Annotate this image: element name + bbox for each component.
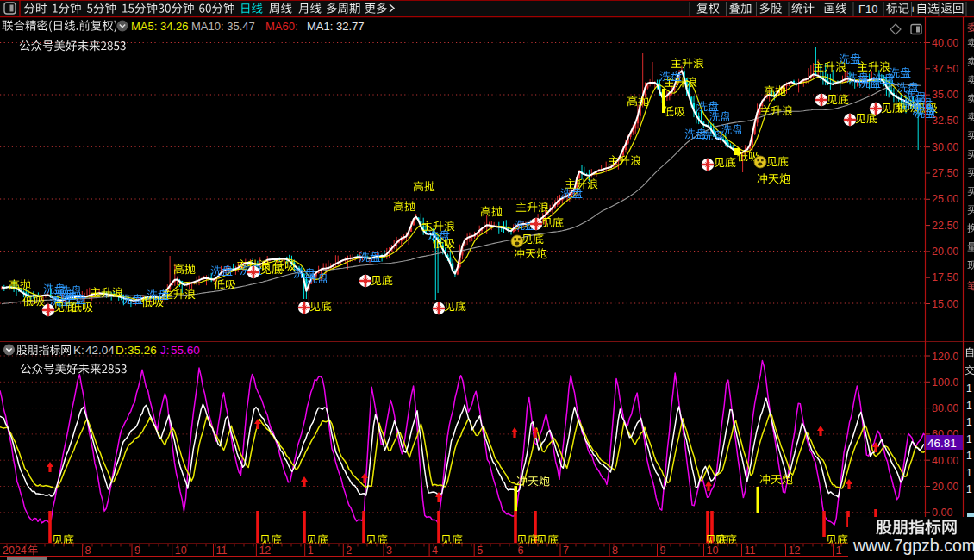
svg-text:30.00: 30.00 [932,141,958,153]
svg-text:1: 1 [966,467,972,479]
svg-text:37.50: 37.50 [932,63,958,75]
svg-text:3: 3 [386,544,392,557]
svg-text:1: 1 [966,383,972,395]
svg-text:35.00: 35.00 [932,89,958,101]
svg-text:46.81: 46.81 [927,437,957,450]
svg-text:K:: K: [73,344,84,357]
svg-text:12: 12 [259,544,271,557]
svg-text:MA10: 35.47: MA10: 35.47 [191,20,255,33]
svg-text:17.50: 17.50 [932,271,958,283]
svg-text:1: 1 [966,450,972,462]
svg-text:4: 4 [432,544,438,557]
svg-text:20.00: 20.00 [932,246,958,258]
svg-text:27.50: 27.50 [932,167,958,179]
svg-text:MA60:: MA60: [265,20,298,33]
svg-text:5: 5 [477,544,483,557]
svg-text:1: 1 [966,400,972,412]
svg-text:11: 11 [216,544,228,557]
svg-text:40.00: 40.00 [932,455,958,467]
svg-text:80.00: 80.00 [932,402,958,414]
svg-text:20.00: 20.00 [932,481,958,493]
svg-text:15.00: 15.00 [932,298,958,310]
svg-text:42.04: 42.04 [85,344,115,357]
svg-text:120.0: 120.0 [932,351,958,363]
svg-text:2: 2 [346,544,352,557]
svg-text:40.00: 40.00 [932,37,958,49]
svg-text:32.50: 32.50 [932,115,958,127]
svg-text:2024: 2024 [3,544,27,557]
svg-text:1: 1 [966,433,972,445]
svg-text:1: 1 [836,544,842,557]
svg-text:J:: J: [160,344,170,357]
svg-text:22.50: 22.50 [932,220,958,232]
svg-text:MA5: 34.26: MA5: 34.26 [131,20,189,33]
svg-text:25.00: 25.00 [932,193,958,205]
svg-text:100.0: 100.0 [932,376,958,389]
svg-text:55.60: 55.60 [171,344,200,357]
svg-text:1: 1 [966,416,972,428]
svg-text:F10: F10 [858,3,877,16]
svg-text:+: + [910,3,916,16]
svg-text:8: 8 [612,544,618,557]
svg-text:11: 11 [745,544,756,557]
svg-text:8: 8 [85,544,91,557]
svg-text:1: 1 [966,483,972,495]
svg-text:35.26: 35.26 [128,344,157,357]
svg-text:D:: D: [116,344,128,357]
svg-text:10: 10 [175,544,187,557]
svg-text:MA1: 32.77: MA1: 32.77 [307,20,365,33]
svg-text:www.7gpzb.com: www.7gpzb.com [852,536,974,555]
